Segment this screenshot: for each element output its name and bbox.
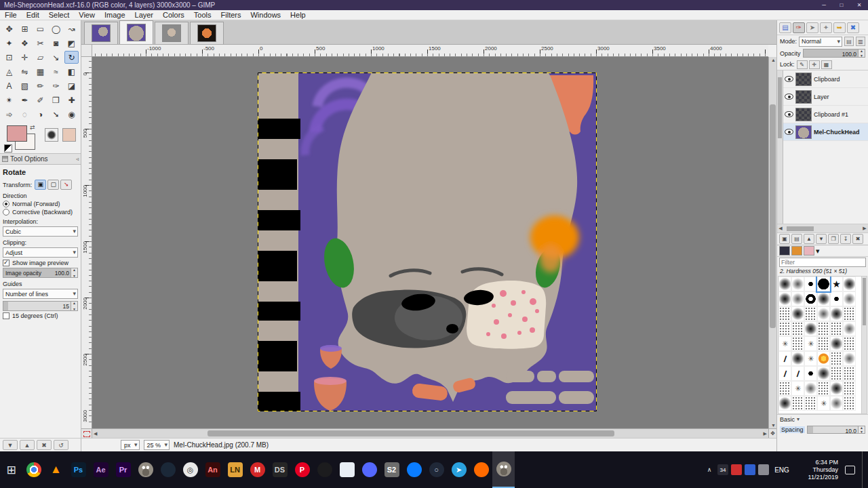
panel-menu-button[interactable]: ◃ [76,156,79,162]
brush-tex[interactable] [791,396,804,411]
close-button[interactable]: ✕ [850,0,868,10]
canvas-image[interactable] [258,73,597,411]
taskbar-messenger-button[interactable] [403,451,425,488]
clipping-select[interactable]: Adjust [3,247,78,258]
brush-slash[interactable] [791,366,804,381]
new-layer-button[interactable]: ▣ [779,234,790,244]
brush-tex[interactable] [817,321,830,336]
menu-filters[interactable]: Filters [216,10,246,20]
tool-smudge[interactable]: ➾ [2,108,16,121]
brush-tex[interactable] [791,336,804,351]
tool-unified-transform[interactable]: ⊡ [2,51,16,64]
taskbar-gimp-button[interactable] [134,451,157,488]
tool-warp-transform[interactable]: ≈ [49,65,63,78]
brush-spark[interactable] [804,351,817,366]
taskbar-app-flame-button[interactable] [470,451,492,488]
gradients-tab[interactable] [791,246,802,256]
layers-scrollbar[interactable] [777,70,783,224]
tool-paintbrush[interactable]: ✑ [49,79,63,92]
tool-gradient[interactable]: ▧ [18,79,32,92]
brush-tex[interactable] [778,306,791,321]
menu-file[interactable]: File [0,10,22,20]
tool-alignment[interactable]: ⊞ [18,22,32,35]
tool-eraser[interactable]: ◪ [64,79,79,92]
tool-blur-sharpen[interactable]: ◌ [18,108,32,121]
tool-dodge-burn[interactable]: ◑ [33,108,47,121]
lock-pixels-button[interactable]: ✎ [797,60,808,69]
taskbar-app-s2-button[interactable]: S2 [380,451,403,488]
lower-layer-button[interactable]: ▼ [816,234,827,244]
tool-color-picker[interactable]: ◉ [64,108,79,121]
guides-type-select[interactable]: Number of lines [3,289,78,299]
transform-layer-button[interactable]: ▣ [35,180,46,190]
brushes-tab[interactable] [779,246,790,256]
scroll-up-icon[interactable]: ▲ [771,58,776,62]
taskbar-clock[interactable]: 6:34 PM Thursday 11/21/2019 [795,459,838,481]
tool-pencil[interactable]: ✏ [33,79,47,92]
tool-shear[interactable]: ▱ [33,51,47,64]
brush-softer[interactable] [791,291,804,306]
taskbar-photoshop-button[interactable]: Ps [67,451,90,488]
tool-move[interactable]: ✥ [2,22,16,35]
spinner-arrows-icon[interactable] [858,426,865,433]
tool-mypaint-brush[interactable]: ✐ [33,94,47,106]
brush-soft[interactable] [778,277,791,291]
menu-colors[interactable]: Colors [158,10,189,20]
layer-row[interactable]: Mel-ChuckHead [783,123,868,141]
spinner-arrows-icon[interactable] [858,49,865,57]
foreground-color-swatch[interactable] [7,125,27,142]
brush-tex[interactable] [843,336,856,351]
scroll-left-icon[interactable]: ◀ [777,226,784,231]
tray-expand-icon[interactable]: ∧ [704,466,715,473]
brush-soft[interactable] [778,396,791,411]
brush-softer[interactable] [817,306,830,321]
fifteen-degrees-checkbox[interactable]: 15 degrees (Ctrl) [3,312,78,319]
tool-flip[interactable]: ⇋ [18,65,32,78]
layers-horizontal-scrollbar[interactable]: ◀ ▶ [777,224,868,233]
taskbar-app-ring-button[interactable]: ○ [425,451,448,488]
scrollbar-thumb[interactable] [208,430,614,436]
scrollbar-thumb[interactable] [770,104,776,328]
dialog-tab-pointer[interactable]: ➤ [806,22,818,33]
mode-switch-legacy-button[interactable]: ▥ [856,37,865,46]
brush-soft[interactable] [830,306,843,321]
horizontal-ruler[interactable]: -1000-5000500100015002000250030003500400… [92,45,768,57]
brush-spark[interactable] [817,396,830,411]
tool-fuzzy-select[interactable]: ✦ [2,37,16,49]
brush-soft[interactable] [791,351,804,366]
brush-tex[interactable] [804,396,817,411]
reset-tool-options-button[interactable]: ↺ [54,440,68,450]
lock-position-button[interactable]: ✛ [809,60,820,69]
brush-softer[interactable] [804,381,817,396]
taskbar-start-button[interactable]: ⊞ [0,451,22,488]
tool-ink[interactable]: ✒ [18,94,32,106]
visibility-eye-icon[interactable] [785,94,793,100]
taskbar-app-m-button[interactable]: M [246,451,269,488]
dialog-tab-patterns[interactable]: ✦ [820,22,832,33]
brush-tex[interactable] [778,321,791,336]
default-colors-icon[interactable] [4,144,12,152]
brush-spacing-slider[interactable]: 10.0 [807,426,865,434]
patterns-tab[interactable] [804,246,814,256]
scrollbar-thumb[interactable] [778,77,782,138]
scroll-right-icon[interactable]: ▶ [861,226,868,231]
layer-mode-select[interactable]: Normal [799,37,842,47]
mode-switch-default-button[interactable]: ▤ [844,37,854,46]
active-pattern-preview[interactable] [62,128,76,142]
restore-tool-preset-button[interactable]: ▲ [20,440,35,450]
menu-tools[interactable]: Tools [189,10,216,20]
image-opacity-slider[interactable]: Image opacity 100.0 [3,268,78,278]
image-tab-3[interactable] [155,22,189,44]
taskbar-steam-button[interactable] [157,451,179,488]
brush-tex[interactable] [843,381,856,396]
brush-spark[interactable] [804,336,817,351]
brush-soft[interactable] [817,366,830,381]
dialog-tab-grid[interactable]: ▤ [779,22,791,33]
brush-tex[interactable] [843,396,856,411]
interpolation-select[interactable]: Cubic [3,226,78,237]
dialog-tab-close[interactable]: ✖ [847,22,859,33]
brush-dot[interactable] [804,366,817,381]
tool-rotate[interactable]: ↻ [64,51,79,64]
brush-tex[interactable] [817,336,830,351]
tool-scale[interactable]: ↘ [49,51,63,64]
